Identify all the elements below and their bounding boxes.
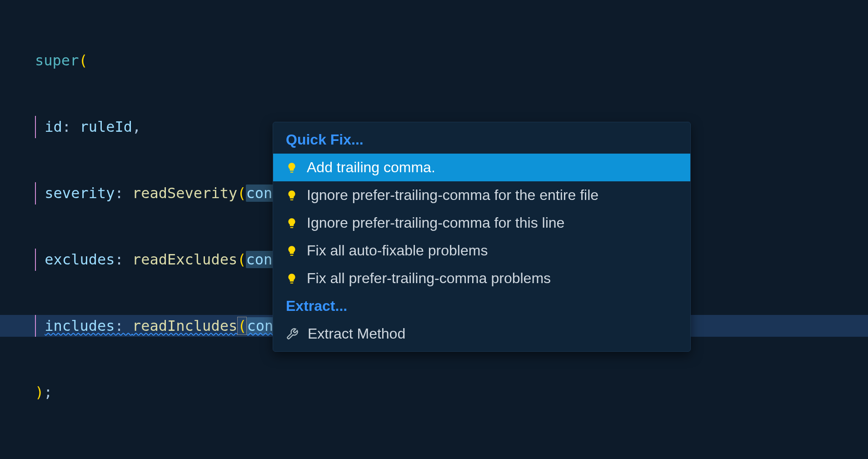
quickfix-item-fix-all-trailing[interactable]: Fix all prefer-trailing-comma problems (273, 264, 690, 292)
extract-item-label: Extract Method (308, 325, 405, 342)
colon: : (115, 251, 132, 268)
colon: : (115, 317, 132, 334)
extract-header: Extract... (273, 292, 690, 320)
quickfix-item-label: Fix all prefer-trailing-comma problems (307, 270, 551, 287)
lightbulb-icon (286, 273, 298, 284)
param-id: id (45, 118, 62, 135)
paren-open: ( (79, 52, 87, 69)
quickfix-item-label: Ignore prefer-trailing-comma for this li… (307, 215, 564, 231)
quickfix-item-add-trailing-comma[interactable]: Add trailing comma. (273, 154, 690, 181)
wrench-icon (286, 328, 299, 340)
param-excludes: excludes (45, 251, 115, 268)
quickfix-header: Quick Fix... (273, 126, 690, 154)
fn-readSeverity: readSeverity (132, 185, 237, 202)
semicolon: ; (44, 384, 52, 401)
paren-close: ) (35, 384, 44, 401)
paren-open: ( (237, 185, 246, 202)
quickfix-popup: Quick Fix... Add trailing comma. Ignore … (273, 122, 691, 352)
quickfix-item-ignore-file[interactable]: Ignore prefer-trailing-comma for the ent… (273, 181, 690, 209)
code-line-blank[interactable] (0, 448, 868, 459)
comma: , (132, 118, 141, 135)
paren-open-match: ( (237, 317, 247, 335)
fn-readIncludes: readIncludes (132, 317, 237, 334)
keyword-super: super (35, 52, 79, 69)
param-includes: includes (45, 317, 115, 334)
quickfix-item-label: Ignore prefer-trailing-comma for the ent… (307, 187, 599, 204)
lightbulb-icon (286, 162, 298, 174)
quickfix-item-ignore-line[interactable]: Ignore prefer-trailing-comma for this li… (273, 209, 690, 237)
lightbulb-icon (286, 245, 298, 257)
quickfix-item-label: Add trailing comma. (307, 159, 435, 176)
extract-item-method[interactable]: Extract Method (273, 320, 690, 348)
colon: : (115, 185, 132, 202)
fn-readExcludes: readExcludes (132, 251, 237, 268)
quickfix-item-label: Fix all auto-fixable problems (307, 242, 488, 259)
paren-open: ( (237, 251, 246, 268)
identifier-ruleId: ruleId (80, 118, 132, 135)
code-line[interactable]: super( (0, 50, 868, 72)
colon: : (62, 118, 80, 135)
param-severity: severity (45, 185, 115, 202)
lightbulb-icon (286, 217, 298, 229)
code-line[interactable]: ); (0, 381, 868, 404)
lightbulb-icon (286, 190, 298, 201)
quickfix-item-fix-all-auto[interactable]: Fix all auto-fixable problems (273, 237, 690, 264)
